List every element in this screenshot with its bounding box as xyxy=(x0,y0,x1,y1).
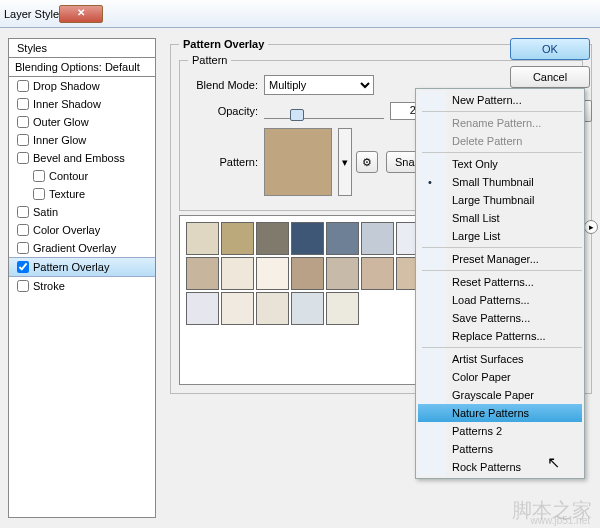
style-label: Satin xyxy=(33,206,58,218)
menu-separator xyxy=(422,347,582,348)
menu-item: Rename Pattern... xyxy=(446,114,582,132)
styles-list: Drop ShadowInner ShadowOuter GlowInner G… xyxy=(9,77,155,295)
style-item[interactable]: Texture xyxy=(9,185,155,203)
style-checkbox[interactable] xyxy=(17,98,29,110)
menu-item[interactable]: Small List xyxy=(446,209,582,227)
style-label: Inner Shadow xyxy=(33,98,101,110)
menu-item[interactable]: Patterns 2 xyxy=(446,422,582,440)
menu-item[interactable]: Artist Surfaces xyxy=(446,350,582,368)
opacity-thumb[interactable] xyxy=(290,109,304,121)
pattern-swatch[interactable] xyxy=(221,292,254,325)
style-item[interactable]: Color Overlay xyxy=(9,221,155,239)
style-label: Contour xyxy=(49,170,88,182)
style-checkbox[interactable] xyxy=(17,242,29,254)
pattern-swatch[interactable] xyxy=(221,257,254,290)
menu-item[interactable]: New Pattern... xyxy=(446,91,582,109)
style-label: Stroke xyxy=(33,280,65,292)
style-checkbox[interactable] xyxy=(17,80,29,92)
style-item[interactable]: Contour xyxy=(9,167,155,185)
menu-item[interactable]: Large List xyxy=(446,227,582,245)
style-label: Drop Shadow xyxy=(33,80,100,92)
pattern-swatch[interactable] xyxy=(291,222,324,255)
pattern-swatch[interactable] xyxy=(326,257,359,290)
style-label: Texture xyxy=(49,188,85,200)
style-item[interactable]: Drop Shadow xyxy=(9,77,155,95)
pattern-label: Pattern: xyxy=(188,156,264,168)
styles-header[interactable]: Styles xyxy=(9,39,155,58)
style-checkbox[interactable] xyxy=(17,116,29,128)
style-item[interactable]: Satin xyxy=(9,203,155,221)
close-button[interactable]: ✕ xyxy=(59,5,103,23)
pattern-preview[interactable] xyxy=(264,128,332,196)
menu-separator xyxy=(422,247,582,248)
style-item[interactable]: Outer Glow xyxy=(9,113,155,131)
pattern-swatch[interactable] xyxy=(186,292,219,325)
style-label: Outer Glow xyxy=(33,116,89,128)
opacity-slider[interactable] xyxy=(264,103,384,119)
pattern-swatch[interactable] xyxy=(361,257,394,290)
blend-mode-select[interactable]: Multiply xyxy=(264,75,374,95)
ok-button[interactable]: OK xyxy=(510,38,590,60)
pattern-swatch[interactable] xyxy=(186,222,219,255)
styles-panel: Styles Blending Options: Default Drop Sh… xyxy=(8,38,156,518)
menu-item[interactable]: Grayscale Paper xyxy=(446,386,582,404)
menu-item[interactable]: Patterns xyxy=(446,440,582,458)
style-label: Gradient Overlay xyxy=(33,242,116,254)
menu-item[interactable]: Large Thumbnail xyxy=(446,191,582,209)
pattern-dropdown-icon[interactable]: ▾ xyxy=(338,128,352,196)
style-checkbox[interactable] xyxy=(17,224,29,236)
menu-item[interactable]: Nature Patterns xyxy=(418,404,582,422)
menu-item[interactable]: Text Only xyxy=(446,155,582,173)
style-checkbox[interactable] xyxy=(17,206,29,218)
menu-separator xyxy=(422,270,582,271)
style-label: Bevel and Emboss xyxy=(33,152,125,164)
gear-icon: ⚙ xyxy=(362,156,372,169)
style-checkbox[interactable] xyxy=(17,134,29,146)
pattern-swatch[interactable] xyxy=(256,222,289,255)
menu-separator xyxy=(422,152,582,153)
style-checkbox[interactable] xyxy=(33,188,45,200)
menu-item[interactable]: Rock Patterns xyxy=(446,458,582,476)
menu-item: Delete Pattern xyxy=(446,132,582,150)
pattern-swatch[interactable] xyxy=(326,292,359,325)
style-checkbox[interactable] xyxy=(17,152,29,164)
pattern-swatch[interactable] xyxy=(361,222,394,255)
style-item[interactable]: Inner Shadow xyxy=(9,95,155,113)
blend-mode-label: Blend Mode: xyxy=(188,79,264,91)
style-item[interactable]: Gradient Overlay xyxy=(9,239,155,257)
blending-options-header[interactable]: Blending Options: Default xyxy=(9,58,155,77)
pattern-swatch[interactable] xyxy=(291,257,324,290)
style-label: Inner Glow xyxy=(33,134,86,146)
menu-item[interactable]: Save Patterns... xyxy=(446,309,582,327)
dialog-buttons: OK Cancel xyxy=(510,38,592,94)
style-item[interactable]: Inner Glow xyxy=(9,131,155,149)
opacity-label: Opacity: xyxy=(188,105,264,117)
watermark-url: www.jb51.net xyxy=(531,515,590,526)
pattern-gear-button[interactable]: ⚙ xyxy=(356,151,378,173)
grid-flyout-icon[interactable]: ▸ xyxy=(584,220,598,234)
menu-item[interactable]: Small Thumbnail xyxy=(446,173,582,191)
style-checkbox[interactable] xyxy=(17,280,29,292)
menu-item[interactable]: Replace Patterns... xyxy=(446,327,582,345)
menu-item[interactable]: Load Patterns... xyxy=(446,291,582,309)
menu-item[interactable]: Color Paper xyxy=(446,368,582,386)
cancel-button[interactable]: Cancel xyxy=(510,66,590,88)
pattern-swatch[interactable] xyxy=(221,222,254,255)
pattern-swatch[interactable] xyxy=(326,222,359,255)
style-checkbox[interactable] xyxy=(17,261,29,273)
style-item[interactable]: Bevel and Emboss xyxy=(9,149,155,167)
style-item[interactable]: Stroke xyxy=(9,277,155,295)
menu-item[interactable]: Reset Patterns... xyxy=(446,273,582,291)
pattern-swatch[interactable] xyxy=(186,257,219,290)
pattern-swatch[interactable] xyxy=(256,257,289,290)
titlebar: Layer Style ✕ xyxy=(0,0,600,28)
pattern-overlay-title: Pattern Overlay xyxy=(179,38,268,50)
pattern-swatch[interactable] xyxy=(291,292,324,325)
style-checkbox[interactable] xyxy=(33,170,45,182)
pattern-box-title: Pattern xyxy=(188,54,231,66)
menu-item[interactable]: Preset Manager... xyxy=(446,250,582,268)
window-title: Layer Style xyxy=(4,8,59,20)
style-label: Color Overlay xyxy=(33,224,100,236)
pattern-swatch[interactable] xyxy=(256,292,289,325)
style-item[interactable]: Pattern Overlay xyxy=(9,257,155,277)
